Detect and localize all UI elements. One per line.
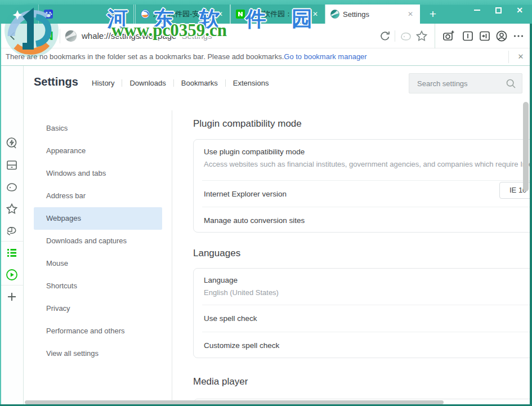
divider: [172, 110, 172, 404]
notification-message: There are no bookmarks in the folder set…: [6, 52, 284, 61]
notification-text: There are no bookmarks in the folder set…: [6, 52, 367, 61]
divider: [202, 305, 532, 305]
hedong-globe-favicon-icon: [141, 10, 150, 19]
plugin-card: Use plugin compatibility mode Access web…: [193, 139, 532, 233]
bookmark-star-icon[interactable]: [415, 29, 428, 43]
window-border-left: [0, 24, 1, 406]
bookmark-manager-link[interactable]: Go to bookmark manager: [284, 52, 366, 61]
window-border-right: [530, 24, 532, 406]
close-icon: ✕: [516, 6, 523, 15]
naver-list-icon[interactable]: [5, 246, 19, 260]
divider: [0, 285, 23, 285]
menu-item-mouse[interactable]: Mouse: [34, 252, 162, 275]
tab-close-icon[interactable]: ✕: [311, 10, 320, 18]
row-use-spell-check[interactable]: Use spell check: [204, 314, 257, 323]
whale-bell-icon[interactable]: [5, 180, 19, 194]
settings-search: [409, 73, 522, 93]
menu-item-address-bar[interactable]: Address bar: [34, 185, 162, 207]
minimize-icon: [474, 10, 480, 11]
maximize-icon: [495, 7, 502, 14]
bookmarks-star-icon[interactable]: [5, 202, 19, 216]
vertical-scrollbar[interactable]: [523, 102, 529, 191]
row-ie-version: Internet Explorer version: [204, 190, 287, 198]
forward-icon[interactable]: [25, 30, 37, 42]
row-use-plugin-mode[interactable]: Use plugin compatibility mode Access web…: [204, 148, 532, 168]
row-manage-auto-conversion[interactable]: Manage auto conversion sites: [204, 216, 305, 225]
menu-item-downloads-captures[interactable]: Downloads and captures: [34, 230, 162, 252]
whale-faded-icon[interactable]: [399, 29, 413, 43]
tab-title: Settings: [343, 10, 403, 19]
divider: [202, 207, 532, 207]
naver-button[interactable]: N: [44, 29, 53, 43]
tab-settings[interactable]: Settings ✕: [325, 5, 420, 24]
naver-tv-play-icon[interactable]: [5, 268, 19, 282]
search-settings-input[interactable]: [409, 74, 505, 93]
divider: [395, 30, 395, 42]
nav-extensions[interactable]: Extensions: [226, 79, 276, 87]
back-icon[interactable]: [7, 30, 19, 42]
minimize-button[interactable]: [469, 3, 485, 17]
menu-item-shortcuts[interactable]: Shortcuts: [34, 275, 162, 297]
url-text[interactable]: whale://settings/webpageSettings: [82, 31, 212, 41]
nav-downloads[interactable]: Downloads: [122, 79, 173, 87]
whale-sidebar: [0, 66, 24, 404]
close-window-button[interactable]: ✕: [512, 3, 527, 17]
titlebar: 索 ✕ 河东软件园-安全的绿 ✕ 河东软件园：네이버｜ ✕: [0, 0, 532, 24]
languages-card: Language English (United States) Use spe…: [193, 268, 532, 358]
new-tab-button[interactable]: +: [426, 7, 440, 21]
section-heading-media: Media player: [193, 376, 248, 387]
tab-close-icon[interactable]: ✕: [216, 10, 225, 18]
divider: [508, 51, 509, 63]
browser-window: 索 ✕ 河东软件园-安全的绿 ✕ 河东软件园：네이버｜ ✕: [0, 0, 532, 406]
maximize-button[interactable]: [490, 3, 506, 17]
capture-icon[interactable]: [442, 29, 455, 43]
tab-naver[interactable]: 河东软件园：네이버｜ ✕: [230, 5, 325, 24]
nav-history[interactable]: History: [84, 79, 122, 87]
menu-item-appearance[interactable]: Appearance: [34, 140, 162, 162]
profile-icon[interactable]: [495, 29, 508, 43]
notification-close-icon[interactable]: ✕: [514, 50, 527, 64]
divider: [202, 180, 532, 181]
divider: [0, 241, 23, 242]
url-page-hint: Settings: [181, 31, 212, 41]
nav-bookmarks[interactable]: Bookmarks: [174, 79, 225, 87]
menu-item-windows-tabs[interactable]: Windows and tabs: [34, 162, 162, 185]
row-customize-spell-check[interactable]: Customize spell check: [204, 341, 279, 350]
menu-item-basics[interactable]: Basics: [34, 117, 162, 140]
tab-title: 河东软件园-安全的绿: [153, 9, 212, 19]
split-view-icon[interactable]: [478, 29, 491, 43]
section-heading-languages: Languages: [193, 248, 240, 259]
baidu-favicon-icon: [44, 10, 53, 19]
divider: [60, 29, 60, 43]
tab-close-icon[interactable]: ✕: [119, 10, 128, 18]
tab-close-icon[interactable]: ✕: [406, 10, 415, 18]
whale-favicon-icon: [330, 10, 339, 19]
tab-baidu[interactable]: 索 ✕: [38, 5, 134, 24]
section-heading-plugin: Plugin compatibility mode: [193, 118, 302, 130]
whale-page-icon: [65, 30, 77, 42]
settings-top-nav: History Downloads Bookmarks Extensions: [84, 79, 276, 87]
menu-item-performance[interactable]: Performance and others: [34, 320, 162, 342]
menu-item-webpages[interactable]: Webpages: [34, 207, 162, 230]
reload-icon[interactable]: [378, 29, 392, 43]
naver-favicon-icon: [236, 10, 245, 19]
url-value: whale://settings/webpage: [82, 31, 176, 41]
menu-item-view-all[interactable]: View all settings: [34, 342, 162, 365]
keep-drawer-icon[interactable]: [5, 158, 19, 172]
menu-item-privacy[interactable]: Privacy: [34, 297, 162, 320]
row-language[interactable]: Language English (United States): [204, 276, 279, 297]
address-bar: N whale://settings/webpageSettings: [0, 24, 532, 48]
add-sidebar-app-icon[interactable]: [5, 290, 19, 304]
settings-menu: Basics Appearance Windows and tabs Addre…: [34, 117, 162, 365]
tab-title: 河东软件园：네이버｜: [248, 9, 307, 19]
quick-search-icon[interactable]: [5, 136, 19, 150]
tab-hedong[interactable]: 河东软件园-安全的绿 ✕: [135, 5, 230, 24]
divider: [202, 332, 532, 332]
bookmark-notification-bar: There are no bookmarks in the folder set…: [0, 48, 532, 66]
menu-dots-icon[interactable]: [512, 29, 525, 43]
search-icon[interactable]: [505, 78, 517, 90]
horizontal-scrollbar[interactable]: [25, 400, 444, 404]
tab-title: 索: [56, 9, 116, 19]
scrapbook-icon[interactable]: [5, 224, 19, 238]
sidebar-panel-icon[interactable]: [461, 29, 475, 43]
